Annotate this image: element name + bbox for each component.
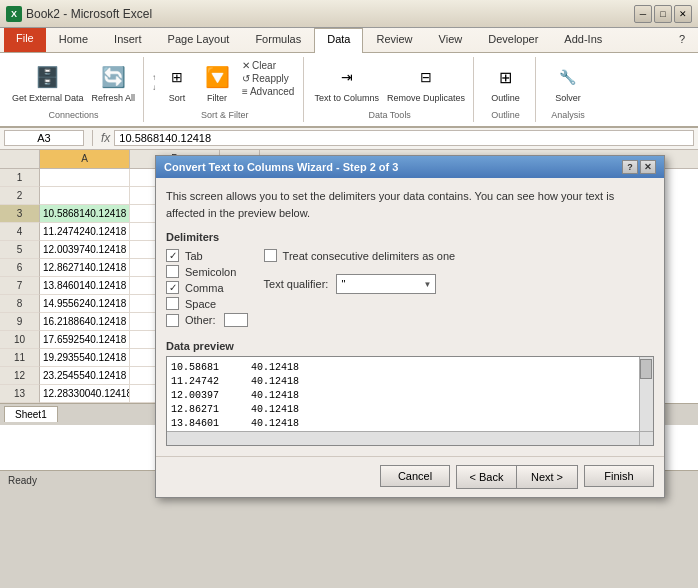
cell-a5[interactable]: 12.0039740.12418 [40,241,130,259]
other-delimiter-input[interactable] [224,313,248,327]
dialog-title-text: Convert Text to Columns Wizard - Step 2 … [164,161,398,173]
cell-a4[interactable]: 11.2474240.12418 [40,223,130,241]
scrollbar-thumb[interactable] [640,359,652,379]
formula-separator [92,130,93,146]
outline-btn[interactable]: ⊞ Outline [487,59,523,106]
row-header-4[interactable]: 4 [0,223,40,241]
tab-formulas[interactable]: Formulas [242,28,314,52]
sort-btn[interactable]: ⊞ Sort [159,59,195,106]
reapply-btn[interactable]: ↺ Reapply [239,72,297,85]
text-qualifier-select[interactable]: " ▼ [336,274,436,294]
get-external-data-btn[interactable]: 🗄️ Get External Data [10,59,86,106]
ribbon-group-data-tools: ⇥ Text to Columns ⊟ Remove Duplicates Da… [306,57,474,122]
text-to-columns-btn[interactable]: ⇥ Text to Columns [312,59,381,106]
tab-file[interactable]: File [4,28,46,52]
preview-scrollbar-horizontal[interactable] [167,431,639,445]
scrollbar-corner [639,431,653,445]
delimiter-semicolon-label: Semicolon [185,266,236,278]
minimize-btn[interactable]: ─ [634,5,652,23]
analysis-label: Analysis [538,110,598,120]
cell-a13[interactable]: 12.28330040.12418 [40,385,130,403]
tab-page-layout[interactable]: Page Layout [155,28,243,52]
tab-view[interactable]: View [426,28,476,52]
window-controls[interactable]: ─ □ ✕ [634,5,692,23]
row-header-10[interactable]: 10 [0,331,40,349]
row-header-12[interactable]: 12 [0,367,40,385]
tab-insert[interactable]: Insert [101,28,155,52]
cell-a3[interactable]: 10.5868140.12418 [40,205,130,223]
tab-developer[interactable]: Developer [475,28,551,52]
cell-a2[interactable] [40,187,130,205]
dialog-main-content: Tab Semicolon Comma Space Other: [166,249,654,330]
cell-a10[interactable]: 17.6592540.12418 [40,331,130,349]
cell-a12[interactable]: 23.2545540.12418 [40,367,130,385]
row-header-2[interactable]: 2 [0,187,40,205]
checkbox-space[interactable] [166,297,179,310]
row-header-13[interactable]: 13 [0,385,40,403]
row-header-8[interactable]: 8 [0,295,40,313]
delimiter-space-label: Space [185,298,216,310]
row-header-1[interactable]: 1 [0,169,40,187]
cell-a11[interactable]: 19.2935540.12418 [40,349,130,367]
solver-label: Solver [555,93,581,104]
col-header-a[interactable]: A [40,150,130,168]
sheet-tab-sheet1[interactable]: Sheet1 [4,406,58,422]
reapply-label: Reapply [252,73,289,84]
row-header-3[interactable]: 3 [0,205,40,223]
solver-btn[interactable]: 🔧 Solver [550,59,586,106]
window-title: Book2 - Microsoft Excel [26,7,152,21]
tab-help[interactable]: ? [666,28,698,52]
formula-input[interactable] [114,130,694,146]
select-all-corner[interactable] [0,150,40,168]
dialog-help-btn[interactable]: ? [622,160,638,174]
list-item: 12.00397 [171,389,251,403]
row-header-7[interactable]: 7 [0,277,40,295]
filter-btn[interactable]: 🔽 Filter [199,59,235,106]
tab-home[interactable]: Home [46,28,101,52]
reapply-icon: ↺ [242,73,250,84]
list-item: 40.12418 [251,389,331,403]
clear-btn[interactable]: ✕ Clear [239,59,297,72]
checkbox-comma[interactable] [166,281,179,294]
tab-review[interactable]: Review [363,28,425,52]
row-header-11[interactable]: 11 [0,349,40,367]
remove-duplicates-btn[interactable]: ⊟ Remove Duplicates [385,59,467,106]
data-tools-label: Data Tools [306,110,473,120]
advanced-btn[interactable]: ≡ Advanced [239,85,297,98]
cell-a9[interactable]: 16.2188640.12418 [40,313,130,331]
ribbon-group-analysis: 🔧 Solver Analysis [538,57,598,122]
row-header-5[interactable]: 5 [0,241,40,259]
sort-label: Sort [169,93,186,104]
status-text: Ready [8,475,37,486]
checkbox-tab[interactable] [166,249,179,262]
preview-scrollbar-vertical[interactable] [639,357,653,431]
cell-a7[interactable]: 13.8460140.12418 [40,277,130,295]
checkbox-semicolon[interactable] [166,265,179,278]
cell-a1[interactable] [40,169,130,187]
tab-data[interactable]: Data [314,28,363,53]
name-box[interactable] [4,130,84,146]
next-button[interactable]: Next > [517,466,577,488]
remove-dupl-label: Remove Duplicates [387,93,465,104]
preview-label: Data preview [166,340,654,352]
dialog-close-btn[interactable]: ✕ [640,160,656,174]
outline-label: Outline [491,93,520,104]
text-qualifier-row: Text qualifier: " ▼ [264,274,654,294]
finish-button[interactable]: Finish [584,465,654,487]
cancel-button[interactable]: Cancel [380,465,450,487]
restore-btn[interactable]: □ [654,5,672,23]
checkbox-consecutive[interactable] [264,249,277,262]
advanced-label: Advanced [250,86,294,97]
preview-inner: 10.58681 11.24742 12.00397 12.86271 13.8… [171,361,649,431]
tab-add-ins[interactable]: Add-Ins [551,28,615,52]
delimiter-other-row: Other: [166,313,248,327]
dialog-title-bar[interactable]: Convert Text to Columns Wizard - Step 2 … [156,156,664,178]
checkbox-other[interactable] [166,314,179,327]
close-btn[interactable]: ✕ [674,5,692,23]
row-header-6[interactable]: 6 [0,259,40,277]
row-header-9[interactable]: 9 [0,313,40,331]
cell-a8[interactable]: 14.9556240.12418 [40,295,130,313]
refresh-all-btn[interactable]: 🔄 Refresh All [90,59,138,106]
cell-a6[interactable]: 12.8627140.12418 [40,259,130,277]
back-button[interactable]: < Back [457,466,517,488]
